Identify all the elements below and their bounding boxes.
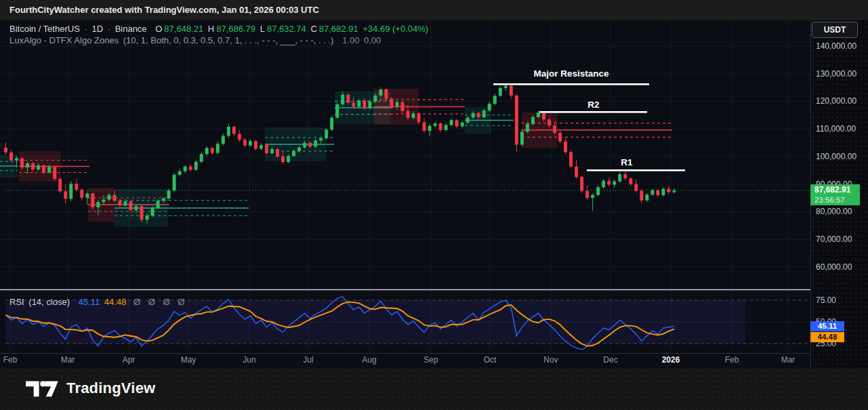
legend-separator: · <box>108 24 110 34</box>
rsi-legend-row[interactable]: RSI (14, close) 45.11 44.48 Ø Ø Ø Ø <box>9 297 189 307</box>
open-value: 87,648.21 <box>164 24 203 34</box>
symbol-title: Bitcoin / TetherUS <box>9 24 80 34</box>
low-value: 87,632.74 <box>267 24 306 34</box>
tradingview-window: FourthCityWatcher created with TradingVi… <box>0 0 868 410</box>
tradingview-brand-text: TradingView <box>66 380 155 397</box>
close-letter: C <box>310 24 316 34</box>
timeframe-label: 1D <box>91 24 103 34</box>
chart-canvas <box>0 0 868 410</box>
current-price-value: 87,682.91 <box>814 185 860 195</box>
change-value: +34.69 (+0.04%) <box>363 24 428 34</box>
high-letter: H <box>208 24 214 34</box>
indicator-value-2: 0.00 <box>364 35 381 45</box>
legend-separator: · <box>84 24 87 34</box>
currency-toggle-button[interactable]: USDT <box>812 22 858 38</box>
rsi-ma-value: 44.48 <box>104 297 127 307</box>
open-letter: O <box>155 24 162 34</box>
rsi-value-badge: 45.11 <box>810 321 844 331</box>
bar-countdown: 23:56:57 <box>814 195 860 205</box>
rsi-name: RSI <box>9 297 24 307</box>
indicator-value-1: 1.00 <box>342 35 359 45</box>
indicator-name: LuxAlgo - DTFX Algo Zones <box>9 35 119 45</box>
rsi-hidden-values: Ø Ø Ø Ø <box>133 297 187 307</box>
close-value: 87,682.91 <box>319 24 358 34</box>
current-price-badge: 87,682.91 23:56:57 <box>810 184 860 205</box>
low-letter: L <box>260 24 265 34</box>
tradingview-logo[interactable]: TradingView <box>24 378 155 398</box>
exchange-label: Binance <box>115 24 147 34</box>
symbol-legend-row[interactable]: Bitcoin / TetherUS · 1D · Binance O87,64… <box>9 24 430 34</box>
rsi-params: (14, close) <box>28 297 70 307</box>
indicator-params: (10, 1, Both, 0, 0.3, 0.5, 0.7, 1, . . .… <box>123 35 334 45</box>
screenshot-title-bar: FourthCityWatcher created with TradingVi… <box>0 0 868 20</box>
rsi-ma-badge: 44.48 <box>810 332 844 342</box>
high-value: 87,686.79 <box>216 24 255 34</box>
screenshot-title: FourthCityWatcher created with TradingVi… <box>9 5 319 15</box>
indicator-legend-row[interactable]: LuxAlgo - DTFX Algo Zones (10, 1, Both, … <box>9 35 383 45</box>
tradingview-logo-icon <box>24 378 60 398</box>
rsi-value: 45.11 <box>79 297 100 307</box>
